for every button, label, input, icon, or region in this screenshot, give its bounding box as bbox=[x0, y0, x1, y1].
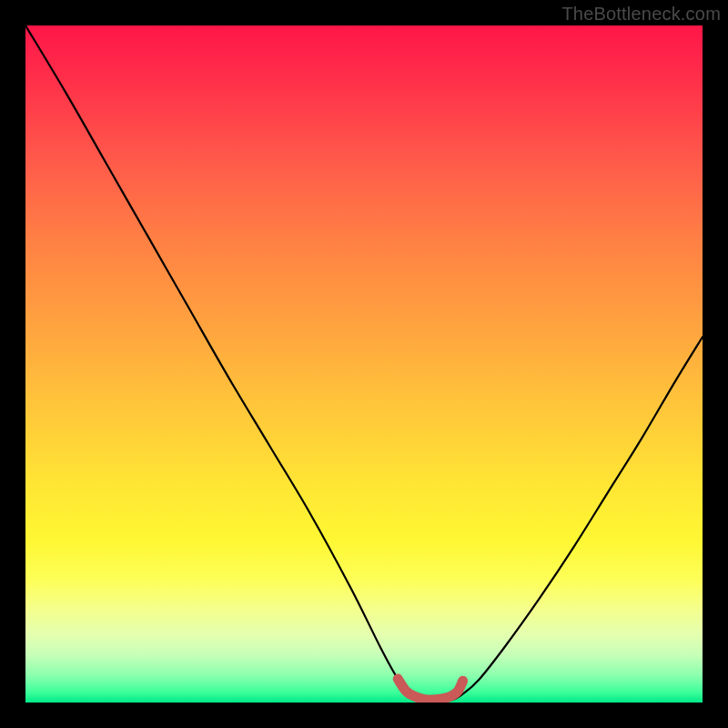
watermark-text: TheBottleneck.com bbox=[561, 4, 721, 25]
bottleneck-curve bbox=[25, 25, 703, 701]
optimal-range-marker bbox=[398, 679, 462, 700]
chart-svg-layer bbox=[25, 25, 703, 703]
chart-frame: TheBottleneck.com bbox=[0, 0, 728, 728]
chart-plot-area bbox=[25, 25, 703, 703]
